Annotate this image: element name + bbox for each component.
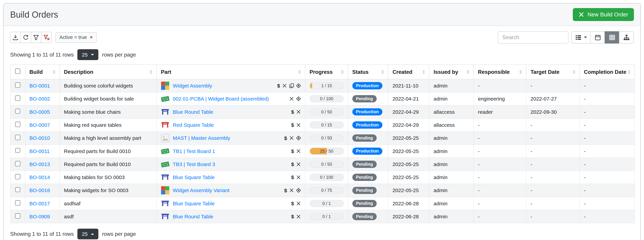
progress-bar: 0 / 75 — [310, 187, 344, 194]
column-header-build[interactable]: Build — [25, 65, 60, 79]
issued-by-cell: admin — [429, 210, 474, 223]
page-size-dropdown[interactable]: 25 — [78, 49, 98, 60]
column-header-completion-date[interactable]: Completion Date — [580, 65, 635, 79]
row-checkbox[interactable] — [15, 95, 20, 101]
issued-by-cell: allaccess — [429, 118, 474, 132]
column-header-created[interactable]: Created — [388, 65, 429, 79]
checkbox-cell — [10, 145, 25, 158]
salable-icon: $ — [291, 201, 294, 206]
target-date-cell: - — [526, 184, 580, 197]
calendar-view-button[interactable] — [590, 31, 605, 44]
progress-bar: 0 / 1 — [310, 200, 344, 207]
build-link[interactable]: BO-0909 — [30, 214, 50, 219]
responsible-cell: - — [474, 184, 526, 197]
clear-filters-button[interactable] — [41, 32, 52, 43]
part-link[interactable]: TB3 | Test Board 3 — [173, 161, 215, 167]
part-link[interactable]: TB1 | Test Board 1 — [173, 148, 215, 154]
column-header-status[interactable]: Status — [348, 65, 388, 79]
remove-filter-icon[interactable]: × — [90, 35, 92, 40]
part-link[interactable]: Blue Round Table — [173, 214, 213, 219]
column-header-target-date[interactable]: Target Date — [526, 65, 580, 79]
row-checkbox[interactable] — [15, 200, 20, 206]
completion-date-cell: - — [580, 79, 635, 92]
row-checkbox[interactable] — [15, 174, 20, 179]
progress-cell: 0 / 100 — [305, 92, 348, 105]
column-header-progress[interactable]: Progress — [305, 65, 348, 79]
row-checkbox[interactable] — [15, 109, 20, 114]
toolbar-button-group — [10, 32, 52, 43]
sort-carets-icon[interactable] — [53, 70, 56, 74]
description-cell: asdf — [60, 210, 157, 223]
sort-carets-icon[interactable] — [422, 70, 425, 74]
row-checkbox[interactable] — [15, 213, 20, 219]
table-view-button[interactable] — [605, 31, 620, 44]
salable-icon: $ — [284, 188, 287, 193]
sort-carets-icon[interactable] — [467, 70, 470, 74]
sort-carets-icon[interactable] — [381, 70, 384, 74]
progress-label: 1 / 15 — [310, 83, 344, 89]
part-flags: $ — [288, 149, 301, 154]
active-filter-chip[interactable]: Active = true × — [56, 32, 97, 43]
display-mode-button[interactable] — [571, 31, 590, 44]
trackable-icon — [296, 188, 301, 193]
build-link[interactable]: BO-0005 — [30, 109, 50, 115]
select-all-checkbox[interactable] — [15, 69, 20, 74]
tools-icon — [296, 123, 301, 128]
sort-carets-icon[interactable] — [341, 70, 344, 74]
row-checkbox[interactable] — [15, 82, 20, 88]
column-header-part[interactable]: Part — [157, 65, 305, 79]
part-link[interactable]: Widget Assembly Variant — [173, 187, 229, 193]
target-date-cell: 2022-09-30 — [526, 105, 580, 118]
table-row: BO-0002 Building widget boards for sale … — [10, 92, 634, 105]
export-button[interactable] — [10, 32, 21, 43]
build-cell: BO-0011 — [25, 145, 60, 158]
part-link[interactable]: Blue Round Table — [173, 109, 213, 115]
part-thumbnail — [161, 108, 170, 116]
build-link[interactable]: BO-0013 — [30, 161, 50, 167]
row-checkbox[interactable] — [15, 135, 20, 140]
part-link[interactable]: Blue Square Table — [173, 201, 214, 206]
completion-date-cell: - — [580, 171, 635, 184]
build-link[interactable]: BO-0011 — [30, 148, 50, 154]
part-link[interactable]: MAST | Master Assembly — [173, 135, 230, 141]
column-header-responsible[interactable]: Responsible — [474, 65, 526, 79]
row-checkbox[interactable] — [15, 122, 20, 127]
row-checkbox[interactable] — [15, 187, 20, 193]
blue-table-thumbnail-icon — [161, 212, 170, 221]
refresh-button[interactable] — [20, 32, 31, 43]
description-cell: Making red square tables — [60, 118, 157, 132]
part-link[interactable]: 002.01-PCBA | Widget Board (assembled) — [173, 96, 269, 102]
row-checkbox[interactable] — [15, 148, 20, 153]
red-table-thumbnail-icon — [161, 121, 170, 129]
build-link[interactable]: BO-0010 — [30, 135, 50, 141]
part-link[interactable]: Widget Assembly — [173, 83, 212, 89]
progress-bar: 0 / 100 — [310, 95, 344, 102]
build-link[interactable]: BO-0016 — [30, 187, 50, 193]
build-link[interactable]: BO-0017 — [30, 201, 50, 206]
tree-view-button[interactable] — [619, 31, 634, 44]
filter-button[interactable] — [31, 32, 42, 43]
build-link[interactable]: BO-0014 — [30, 174, 50, 180]
new-build-order-button[interactable]: New Build Order — [573, 8, 634, 21]
search-input[interactable] — [498, 31, 568, 44]
sort-carets-icon[interactable] — [628, 70, 631, 74]
page-size-dropdown[interactable]: 25 — [78, 229, 98, 239]
sort-carets-icon[interactable] — [298, 70, 301, 74]
build-link[interactable]: BO-0001 — [30, 83, 50, 88]
column-header-issued-by[interactable]: Issued by — [429, 65, 474, 79]
row-checkbox[interactable] — [15, 161, 20, 166]
sort-carets-icon[interactable] — [519, 70, 522, 74]
target-date-cell: 2022-07-27 — [526, 92, 580, 105]
sort-carets-icon[interactable] — [150, 70, 152, 74]
status-badge: Pending — [352, 200, 377, 207]
sort-carets-icon[interactable] — [573, 70, 576, 74]
column-header-description[interactable]: Description — [60, 65, 157, 79]
build-link[interactable]: BO-0002 — [30, 96, 50, 101]
part-link[interactable]: Blue Square Table — [173, 174, 214, 180]
build-link[interactable]: BO-0007 — [30, 122, 50, 128]
trackable-icon — [296, 96, 301, 101]
responsible-cell: - — [474, 158, 526, 171]
salable-icon: $ — [291, 162, 294, 167]
part-link[interactable]: Red Square Table — [173, 122, 214, 128]
responsible-cell: reader — [474, 105, 526, 118]
